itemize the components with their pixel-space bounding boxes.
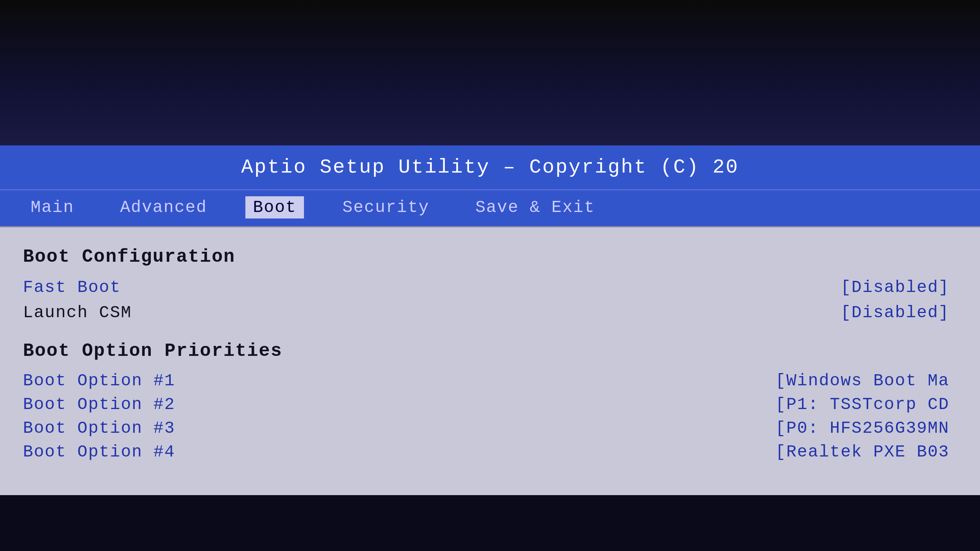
boot-option-1-label: Boot Option #1	[23, 371, 175, 390]
boot-option-row-4[interactable]: Boot Option #4 [Realtek PXE B03	[23, 440, 957, 464]
boot-option-4-label: Boot Option #4	[23, 442, 175, 461]
fast-boot-label: Fast Boot	[23, 278, 121, 297]
title-bar-text: Aptio Setup Utility – Copyright (C) 20	[241, 156, 739, 179]
boot-option-row-3[interactable]: Boot Option #3 [P0: HFS256G39MN	[23, 416, 957, 440]
nav-item-advanced[interactable]: Advanced	[113, 196, 215, 218]
nav-item-security[interactable]: Security	[335, 196, 437, 218]
boot-option-row-1[interactable]: Boot Option #1 [Windows Boot Ma	[23, 369, 957, 393]
launch-csm-row[interactable]: Launch CSM [Disabled]	[23, 300, 957, 325]
top-black-area	[0, 0, 980, 145]
nav-item-boot[interactable]: Boot	[245, 196, 304, 218]
boot-config-header: Boot Configuration	[23, 246, 957, 267]
nav-bar: Main Advanced Boot Security Save & Exit	[0, 189, 980, 226]
launch-csm-value: [Disabled]	[841, 303, 957, 322]
spacer1	[23, 325, 957, 341]
fast-boot-row[interactable]: Fast Boot [Disabled]	[23, 275, 957, 300]
boot-option-row-2[interactable]: Boot Option #2 [P1: TSSTcorp CD	[23, 393, 957, 416]
fast-boot-value: [Disabled]	[841, 278, 957, 297]
boot-priorities-header: Boot Option Priorities	[23, 341, 957, 361]
launch-csm-label: Launch CSM	[23, 303, 132, 322]
nav-item-main[interactable]: Main	[23, 196, 82, 218]
boot-option-2-value: [P1: TSSTcorp CD	[776, 395, 957, 414]
boot-option-1-value: [Windows Boot Ma	[776, 371, 957, 390]
boot-option-3-label: Boot Option #3	[23, 419, 175, 438]
title-bar: Aptio Setup Utility – Copyright (C) 20	[0, 145, 980, 189]
boot-option-3-value: [P0: HFS256G39MN	[776, 419, 957, 438]
boot-option-4-value: [Realtek PXE B03	[776, 442, 957, 461]
nav-item-save-exit[interactable]: Save & Exit	[468, 196, 603, 218]
content-area: Boot Configuration Fast Boot [Disabled] …	[0, 227, 980, 495]
boot-options-section: Boot Option #1 [Windows Boot Ma Boot Opt…	[23, 369, 957, 464]
boot-option-2-label: Boot Option #2	[23, 395, 175, 414]
